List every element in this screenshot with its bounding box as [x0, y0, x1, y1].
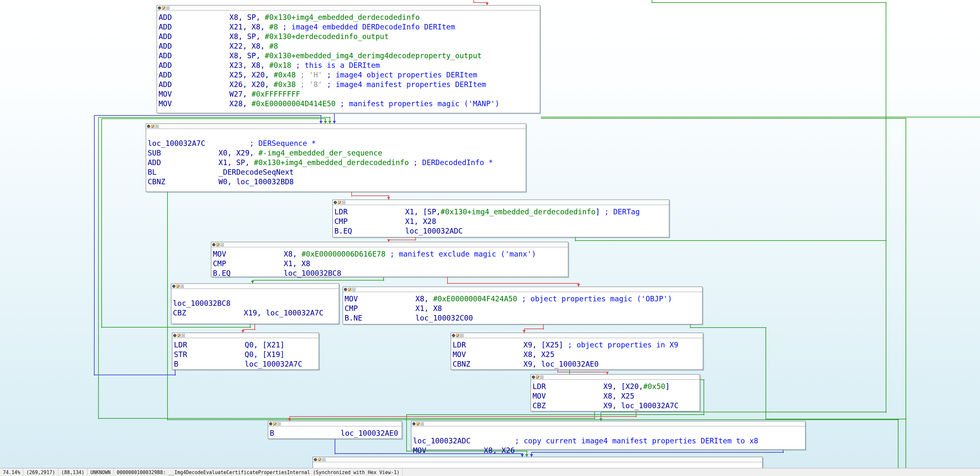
asm-line[interactable] — [173, 291, 339, 299]
node-title-bar[interactable]: × — [157, 5, 540, 11]
asm-line[interactable]: MOV X8, #0xE00000006D616E78 ; manifest e… — [213, 249, 568, 259]
node-title-bar[interactable]: × — [171, 284, 339, 289]
asm-line[interactable]: MOV X8, X26 — [413, 446, 805, 455]
frame-icon[interactable]: × — [221, 243, 224, 246]
pie-icon[interactable] — [334, 201, 337, 204]
pencil-icon[interactable] — [318, 458, 321, 461]
asm-line[interactable]: ADD X23, X8, #0x18 ; this is a DERItem — [159, 61, 540, 70]
pie-icon[interactable] — [412, 422, 415, 425]
node-title-bar[interactable]: × — [146, 124, 526, 129]
asm-line[interactable]: B loc_100032AE0 — [270, 428, 402, 438]
graph-canvas[interactable]: ×ADD X8, SP, #0x130+img4_embedded_derdec… — [0, 0, 980, 468]
asm-line[interactable]: CMP X1, X8 — [213, 259, 568, 268]
graph-node-b2[interactable]: ×loc_100032A7C ; DERSequence *SUB X0, X2… — [146, 123, 526, 192]
node-title-bar[interactable]: × — [343, 287, 702, 292]
pie-icon[interactable] — [314, 458, 317, 461]
node-title-bar[interactable]: × — [172, 333, 319, 338]
frame-icon[interactable]: × — [181, 285, 184, 288]
graph-node-b1[interactable]: ×ADD X8, SP, #0x130+img4_embedded_derdec… — [157, 5, 540, 113]
asm-line[interactable]: LDR X9, [X20,#0x50] — [533, 382, 700, 391]
asm-line[interactable]: ADD X8, SP, #0x130+embedded_img4_derimg4… — [159, 51, 540, 61]
pie-icon[interactable] — [532, 375, 535, 379]
asm-line[interactable]: SUB X0, X29, #-img4_embedded_der_sequenc… — [148, 148, 526, 158]
asm-line[interactable]: LDR X1, [SP,#0x130+img4_embedded_derdeco… — [334, 207, 669, 217]
pie-icon[interactable] — [173, 334, 177, 337]
asm-line[interactable]: MOV W27, #0xFFFFFFFF — [159, 89, 540, 99]
asm-line[interactable]: CMP X1, X8 — [345, 303, 702, 313]
pencil-icon[interactable] — [151, 125, 154, 128]
pencil-icon[interactable] — [216, 243, 220, 246]
frame-icon[interactable]: × — [322, 458, 325, 461]
asm-line[interactable]: ADD X21, X8, #8 ; image4 embedded DERDec… — [159, 22, 540, 32]
frame-icon[interactable]: × — [421, 422, 424, 425]
asm-line[interactable]: B loc_100032A7C — [174, 359, 319, 369]
frame-icon[interactable]: × — [155, 125, 159, 128]
asm-line[interactable]: ADD X8, SP, #0x130+img4_embedded_derdeco… — [159, 13, 540, 22]
node-title-bar[interactable]: × — [333, 200, 669, 205]
node-title-bar[interactable]: × — [313, 457, 762, 462]
asm-line[interactable]: loc_100032A7C ; DERSequence * — [148, 139, 526, 148]
node-title-bar[interactable]: × — [411, 421, 805, 426]
node-title-bar[interactable]: × — [451, 333, 703, 338]
asm-line[interactable]: LDR Q0, [X21] — [174, 340, 319, 350]
pie-icon[interactable] — [212, 243, 215, 246]
pie-icon[interactable] — [147, 125, 150, 128]
frame-icon[interactable]: × — [277, 422, 281, 425]
asm-line[interactable]: MOV X8, #0xE00000004F424A50 ; object pro… — [345, 294, 702, 303]
pie-icon[interactable] — [344, 288, 347, 291]
asm-line[interactable]: ADD X25, X20, #0x48 ; 'H' ; image4 objec… — [159, 70, 540, 80]
asm-line[interactable]: CBNZ X9, loc_100032AE0 — [453, 359, 703, 369]
graph-node-b3[interactable]: ×LDR X1, [SP,#0x130+img4_embedded_derdec… — [332, 200, 669, 237]
asm-line[interactable]: loc_100032BC8 — [173, 299, 339, 308]
frame-icon[interactable]: × — [181, 334, 185, 337]
node-title-bar[interactable]: × — [531, 375, 700, 380]
pencil-icon[interactable] — [177, 334, 181, 337]
graph-node-b7[interactable]: ×LDR Q0, [X21]STR Q0, [X19]B loc_100032A… — [172, 333, 319, 370]
pencil-icon[interactable] — [273, 422, 277, 425]
asm-line[interactable]: ADD X1, SP, #0x130+img4_embedded_derdeco… — [148, 158, 526, 167]
frame-icon[interactable]: × — [352, 288, 355, 291]
pencil-icon[interactable] — [456, 334, 459, 337]
asm-line[interactable]: LDR X9, [X25] ; object properties in X9 — [453, 340, 703, 350]
asm-line[interactable]: ADD X26, X20, #0x38 ; '8' ; image4 manif… — [159, 80, 540, 89]
frame-icon[interactable]: × — [540, 375, 543, 379]
asm-line[interactable] — [148, 131, 526, 139]
asm-line[interactable]: B.NE loc_100032C00 — [345, 313, 702, 323]
frame-icon[interactable]: × — [342, 201, 345, 204]
asm-line[interactable]: BL _DERDecodeSeqNext — [148, 167, 526, 177]
asm-line[interactable]: MOV X28, #0xE00000004D414E50 ; manifest … — [159, 99, 540, 109]
pencil-icon[interactable] — [417, 422, 420, 425]
graph-node-b9[interactable]: ×LDR X9, [X20,#0x50]MOV X8, X25CBZ X9, l… — [531, 374, 700, 411]
asm-line[interactable]: MOV X8, X25 — [533, 391, 700, 401]
pencil-icon[interactable] — [348, 288, 351, 291]
pie-icon[interactable] — [452, 334, 455, 337]
asm-line[interactable]: ADD X8, SP, #0x130+derdecodedinfo_output — [159, 32, 540, 41]
pencil-icon[interactable] — [162, 6, 165, 10]
asm-line[interactable]: CMP X1, X28 — [334, 217, 669, 226]
graph-node-b12[interactable]: × — [313, 457, 763, 468]
asm-line[interactable]: B.EQ loc_100032ADC — [334, 226, 669, 236]
graph-node-b4[interactable]: ×MOV X8, #0xE00000006D616E78 ; manifest … — [211, 242, 568, 277]
asm-line[interactable]: CBNZ W0, loc_100032BD8 — [148, 177, 526, 187]
pencil-icon[interactable] — [177, 285, 180, 288]
graph-node-b10[interactable]: ×B loc_100032AE0 — [268, 421, 402, 439]
asm-line[interactable]: STR Q0, [X19] — [174, 350, 319, 359]
node-title-bar[interactable]: × — [211, 242, 568, 247]
asm-line[interactable]: ADD X22, X8, #8 — [159, 41, 540, 51]
asm-line[interactable]: CBZ X19, loc_100032A7C — [173, 308, 339, 318]
asm-line[interactable] — [413, 428, 805, 436]
graph-node-b11[interactable]: ×loc_100032ADC ; copy current image4 man… — [411, 421, 805, 450]
pie-icon[interactable] — [158, 6, 161, 10]
graph-node-b6[interactable]: ×MOV X8, #0xE00000004F424A50 ; object pr… — [343, 287, 703, 324]
asm-line[interactable]: MOV X8, X25 — [453, 350, 703, 359]
pencil-icon[interactable] — [338, 201, 341, 204]
asm-line[interactable]: CBZ X9, loc_100032A7C — [533, 401, 700, 411]
graph-node-b5[interactable]: ×loc_100032BC8CBZ X19, loc_100032A7C — [171, 283, 339, 324]
node-title-bar[interactable]: × — [268, 421, 402, 426]
pencil-icon[interactable] — [536, 375, 539, 379]
pie-icon[interactable] — [269, 422, 272, 425]
frame-icon[interactable]: × — [460, 334, 463, 337]
graph-node-b8[interactable]: ×LDR X9, [X25] ; object properties in X9… — [451, 333, 703, 370]
pie-icon[interactable] — [172, 285, 175, 288]
asm-line[interactable]: B.EQ loc_100032BC8 — [213, 268, 568, 278]
